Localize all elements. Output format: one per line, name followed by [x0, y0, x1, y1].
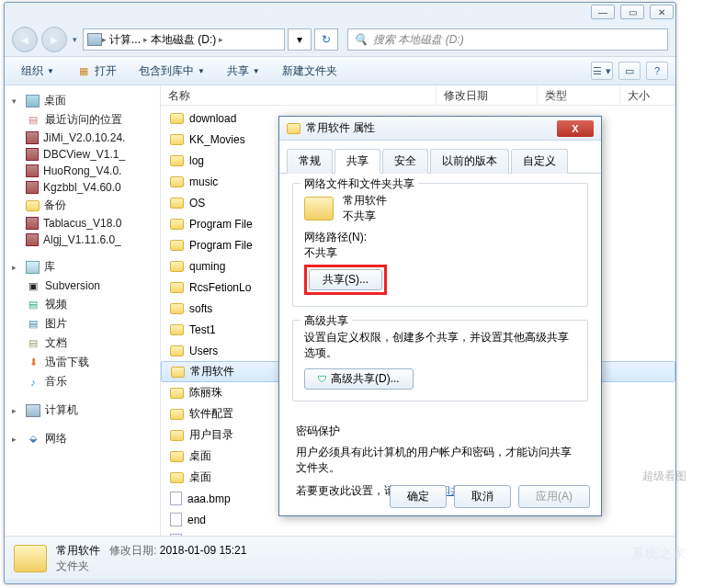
- sidebar-lib-item[interactable]: ▤图片: [8, 314, 156, 334]
- folder-icon: [170, 430, 184, 441]
- highlight-annotation: 共享(S)...: [304, 265, 387, 295]
- toolbar-include[interactable]: 包含到库中▼: [130, 61, 214, 82]
- sidebar-lib-item[interactable]: ▤文档: [8, 334, 156, 353]
- subversion-icon: ▣: [26, 278, 40, 293]
- rar-icon: [26, 217, 39, 230]
- group-title: 网络文件和文件夹共享: [300, 176, 418, 192]
- window-controls: — ▭ ✕: [591, 5, 674, 19]
- group-advanced-share: 高级共享 设置自定义权限，创建多个共享，并设置其他高级共享选项。 🛡高级共享(D…: [292, 320, 588, 401]
- file-name: quming: [189, 260, 225, 273]
- file-name: download: [189, 112, 236, 125]
- pictures-icon: ▤: [26, 317, 40, 332]
- sidebar-item[interactable]: Algj_V1.11.6.0_: [8, 232, 156, 248]
- sidebar-lib-item[interactable]: ♪音乐: [8, 372, 156, 391]
- toolbar-organize[interactable]: 组织▼: [12, 61, 63, 82]
- folder-icon: [170, 113, 184, 124]
- dialog-footer: 确定 取消 应用(A): [390, 485, 590, 508]
- sidebar-item[interactable]: HuoRong_V4.0.: [8, 163, 156, 179]
- maximize-button[interactable]: ▭: [620, 5, 644, 19]
- toolbar-share[interactable]: 共享▼: [218, 61, 269, 82]
- file-name: Program File: [189, 218, 253, 231]
- breadcrumb-drive[interactable]: 本地磁盘 (D:): [148, 32, 219, 48]
- file-name: Program File: [189, 239, 253, 252]
- search-placeholder: 搜索 本地磁盘 (D:): [373, 32, 464, 48]
- rar-icon: [26, 148, 39, 161]
- tab-security[interactable]: 安全: [382, 149, 428, 174]
- folder-icon: [170, 155, 184, 166]
- close-button[interactable]: ✕: [650, 5, 674, 19]
- breadcrumb-dropdown[interactable]: ▾: [288, 28, 312, 51]
- group-network-share: 网络文件和文件夹共享 常用软件 不共享 网络路径(N): 不共享 共享(S)..…: [292, 183, 588, 307]
- group-title: 密码保护: [296, 424, 577, 439]
- sidebar-computer[interactable]: ▸计算机: [8, 401, 156, 420]
- nav-back-button[interactable]: ◄: [12, 27, 38, 52]
- col-date[interactable]: 修改日期: [437, 85, 538, 105]
- tab-body: 网络文件和文件夹共享 常用软件 不共享 网络路径(N): 不共享 共享(S)..…: [279, 174, 601, 532]
- sidebar-desktop[interactable]: ▾桌面: [8, 91, 156, 110]
- dialog-tabs: 常规 共享 安全 以前的版本 自定义: [279, 141, 601, 174]
- group-title: 高级共享: [300, 313, 352, 329]
- sidebar-item[interactable]: Kgzbbl_V4.60.0: [8, 179, 156, 196]
- col-name[interactable]: 名称: [161, 85, 437, 105]
- file-name: aaa.bmp: [187, 492, 231, 505]
- advanced-share-text: 设置自定义权限，创建多个共享，并设置其他高级共享选项。: [304, 330, 576, 361]
- shield-icon: 🛡: [318, 374, 327, 384]
- column-headers: 名称 修改日期 类型 大小: [161, 85, 675, 106]
- file-name: install.log: [187, 535, 233, 537]
- dialog-close-button[interactable]: X: [557, 120, 594, 137]
- sidebar-item[interactable]: Tablacus_V18.0: [8, 215, 156, 232]
- sidebar-item[interactable]: DBCView_V1.1_: [8, 146, 156, 163]
- status-folder-icon: [14, 545, 47, 572]
- breadcrumb-computer[interactable]: 计算...: [107, 32, 143, 48]
- file-icon: [170, 492, 182, 505]
- sidebar-item[interactable]: 备份: [8, 196, 156, 215]
- share-button[interactable]: 共享(S)...: [309, 269, 382, 290]
- breadcrumb[interactable]: ▸ 计算... ▸ 本地磁盘 (D:) ▸: [83, 28, 285, 51]
- file-icon: [170, 534, 182, 536]
- preview-pane-button[interactable]: ▭: [618, 62, 641, 80]
- library-icon: [26, 261, 40, 274]
- sidebar-recent[interactable]: ▤最近访问的位置: [8, 110, 156, 130]
- sidebar-lib-item[interactable]: ⬇迅雷下载: [8, 353, 156, 372]
- sidebar-network[interactable]: ▸⬙网络: [8, 429, 156, 448]
- col-type[interactable]: 类型: [538, 85, 620, 105]
- tab-sharing[interactable]: 共享: [334, 149, 380, 174]
- view-options-button[interactable]: ☰ ▾: [591, 62, 613, 80]
- col-size[interactable]: 大小: [620, 85, 675, 105]
- folder-icon: [304, 197, 334, 220]
- status-date: 2018-01-09 15:21: [160, 544, 247, 557]
- apply-button[interactable]: 应用(A): [518, 485, 590, 508]
- file-name: 桌面: [189, 469, 211, 485]
- tab-previous-versions[interactable]: 以前的版本: [430, 149, 509, 174]
- toolbar-open[interactable]: ▦打开: [67, 61, 126, 82]
- nav-history-dropdown[interactable]: ▾: [71, 35, 79, 44]
- toolbar-new-folder[interactable]: 新建文件夹: [273, 61, 346, 82]
- sidebar-lib-item[interactable]: ▤视频: [8, 295, 156, 314]
- dialog-titlebar[interactable]: 常用软件 属性 X: [279, 117, 601, 141]
- cancel-button[interactable]: 取消: [454, 485, 511, 508]
- sidebar-libraries[interactable]: ▸库: [8, 257, 156, 277]
- folder-icon: [170, 219, 184, 230]
- ghost-text: 超级看图: [642, 469, 686, 484]
- help-button[interactable]: ?: [646, 62, 668, 80]
- file-name: log: [189, 154, 204, 167]
- file-name: music: [189, 175, 218, 188]
- tab-general[interactable]: 常规: [287, 149, 333, 174]
- rar-icon: [26, 131, 39, 144]
- sidebar-item[interactable]: JiMi_V2.0.10.24.: [8, 130, 156, 146]
- advanced-share-button[interactable]: 🛡高级共享(D)...: [304, 368, 414, 390]
- file-name: Users: [189, 345, 218, 357]
- network-path-label: 网络路径(N):: [304, 230, 576, 245]
- ok-button[interactable]: 确定: [390, 485, 447, 508]
- refresh-button[interactable]: ↻: [314, 28, 338, 51]
- minimize-button[interactable]: —: [591, 5, 615, 19]
- folder-icon: [170, 261, 184, 272]
- search-input[interactable]: 🔍 搜索 本地磁盘 (D:): [347, 28, 668, 51]
- folder-icon: [287, 123, 300, 134]
- folder-icon: [170, 303, 184, 314]
- sidebar-lib-item[interactable]: ▣Subversion: [8, 277, 156, 295]
- tab-customize[interactable]: 自定义: [511, 149, 568, 174]
- nav-forward-button[interactable]: ►: [41, 27, 67, 52]
- file-icon: [170, 513, 182, 526]
- search-icon: 🔍: [354, 33, 368, 46]
